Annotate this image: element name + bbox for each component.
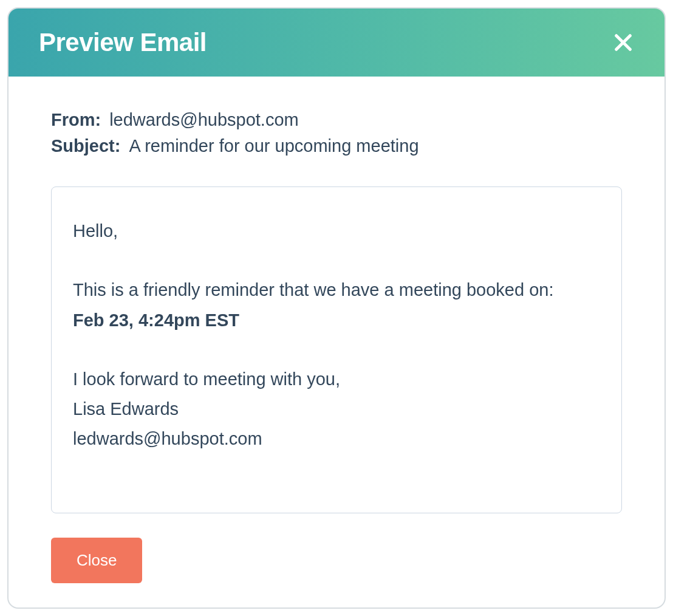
subject-label: Subject: bbox=[51, 136, 120, 156]
modal-footer: Close bbox=[9, 538, 664, 607]
email-signature-email: ledwards@hubspot.com bbox=[73, 424, 600, 454]
modal-header: Preview Email bbox=[9, 9, 664, 77]
email-body-box: Hello, This is a friendly reminder that … bbox=[51, 187, 622, 513]
subject-row: Subject: A reminder for our upcoming mee… bbox=[51, 136, 622, 156]
close-icon[interactable] bbox=[612, 32, 634, 53]
email-signature-name: Lisa Edwards bbox=[73, 394, 600, 424]
subject-value: A reminder for our upcoming meeting bbox=[129, 136, 418, 156]
email-datetime: Feb 23, 4:24pm EST bbox=[73, 306, 600, 335]
email-signoff: I look forward to meeting with you, bbox=[73, 364, 600, 394]
close-button[interactable]: Close bbox=[51, 538, 142, 583]
from-value: ledwards@hubspot.com bbox=[109, 110, 299, 130]
email-intro: This is a friendly reminder that we have… bbox=[73, 275, 600, 305]
preview-email-modal: Preview Email From: ledwards@hubspot.com… bbox=[7, 7, 666, 609]
modal-title: Preview Email bbox=[39, 28, 207, 57]
from-row: From: ledwards@hubspot.com bbox=[51, 110, 622, 130]
email-greeting: Hello, bbox=[73, 216, 600, 246]
modal-body: From: ledwards@hubspot.com Subject: A re… bbox=[9, 77, 664, 538]
from-label: From: bbox=[51, 110, 101, 130]
